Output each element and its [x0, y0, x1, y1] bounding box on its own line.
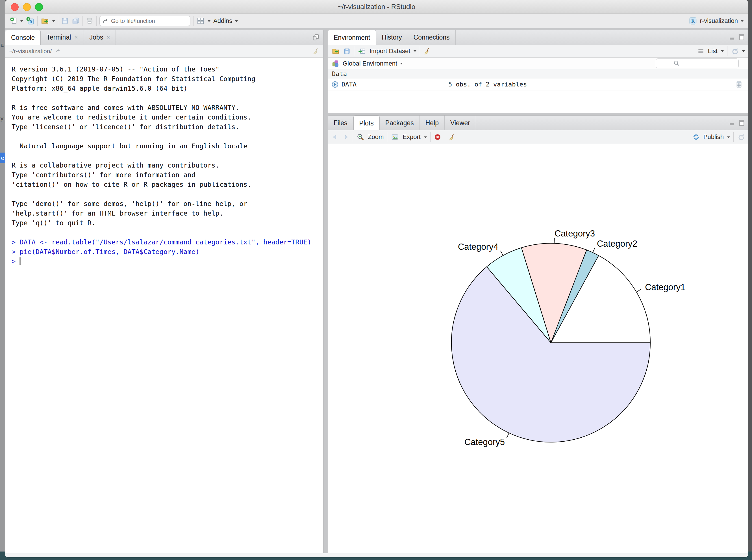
tab-files[interactable]: Files: [328, 116, 353, 130]
print-icon[interactable]: [86, 17, 94, 25]
environment-scope-caret[interactable]: [400, 63, 403, 66]
minimize-pane-icon[interactable]: [729, 34, 736, 40]
tab-packages[interactable]: Packages: [380, 116, 420, 130]
tab-viewer[interactable]: Viewer: [445, 116, 476, 130]
environment-stack-icon: [331, 59, 340, 68]
goto-file-input[interactable]: [99, 16, 190, 26]
expand-object-icon[interactable]: [331, 81, 339, 88]
import-dataset-caret[interactable]: [413, 50, 416, 54]
list-view-caret[interactable]: [721, 50, 724, 54]
screen: a y e ~/r-visualization - RStudio R: [0, 0, 752, 560]
new-file-dropdown-caret[interactable]: [20, 20, 23, 23]
import-dataset-icon[interactable]: [358, 47, 366, 55]
console-output-line: Type 'q()' to quit R.: [12, 218, 323, 228]
tab-connections[interactable]: Connections: [408, 30, 456, 45]
environment-scope-row: Global Environment: [328, 58, 748, 69]
console-dir-row: ~/r-visualization/: [5, 45, 323, 58]
environment-search-input[interactable]: [656, 59, 739, 68]
environment-object-row[interactable]: DATA 5 obs. of 2 variables: [328, 79, 748, 91]
plots-toolbar: Zoom Export Publish: [328, 130, 748, 144]
sliver-selected-item: e: [0, 153, 5, 163]
export-plot-button[interactable]: Export: [403, 133, 421, 141]
pane-layout-icon[interactable]: [196, 17, 205, 25]
console-input-line: > pie(DATA$Number.of.Times, DATA$Categor…: [12, 247, 323, 257]
console-output-line: R version 3.6.1 (2019-07-05) -- "Action …: [12, 64, 323, 74]
rstudio-window: ~/r-visualization - RStudio R: [5, 0, 748, 557]
open-file-icon[interactable]: [40, 17, 49, 25]
clear-console-broom-icon[interactable]: [312, 47, 320, 55]
pie-label-Category5: Category5: [464, 437, 505, 447]
goto-arrow-icon: [102, 18, 109, 24]
console-pane: Console Terminal× Jobs× ~/r-visualizatio…: [5, 30, 323, 554]
zoom-plot-button[interactable]: Zoom: [368, 133, 384, 141]
addins-menu[interactable]: Addins: [213, 17, 232, 25]
sliver-text: y: [1, 115, 3, 122]
clear-environment-broom-icon[interactable]: [424, 47, 431, 55]
refresh-plot-icon[interactable]: [737, 133, 745, 141]
close-jobs-tab-icon[interactable]: ×: [106, 34, 110, 41]
zoom-plot-icon[interactable]: [357, 133, 364, 141]
maximize-pane-icon[interactable]: [739, 120, 745, 126]
console-output-line: Platform: x86_64-apple-darwin15.6.0 (64-…: [12, 84, 323, 93]
import-dataset-button[interactable]: Import Dataset: [369, 47, 410, 55]
open-file-dropdown-caret[interactable]: [52, 20, 55, 23]
console-input-line: > DATA <- read.table("/Users/lsalazar/co…: [12, 237, 323, 247]
save-workspace-icon[interactable]: [343, 47, 350, 55]
tab-help[interactable]: Help: [420, 116, 445, 130]
project-dropdown-caret[interactable]: [741, 20, 744, 23]
tab-terminal[interactable]: Terminal×: [41, 30, 84, 45]
view-table-icon[interactable]: [735, 81, 743, 88]
publish-plot-button[interactable]: Publish: [704, 133, 724, 141]
previous-plot-icon[interactable]: [331, 133, 339, 141]
tab-history[interactable]: History: [376, 30, 408, 45]
pane-layout-dropdown-caret[interactable]: [208, 20, 210, 23]
export-plot-icon[interactable]: [391, 133, 399, 141]
export-plot-caret[interactable]: [424, 137, 427, 140]
window-footer: [5, 553, 748, 557]
maximize-pane-icon[interactable]: [739, 34, 745, 41]
environment-toolbar: Import Dataset List: [328, 45, 748, 58]
background-window-sliver: a y e: [0, 0, 5, 552]
save-all-icon[interactable]: [72, 17, 80, 25]
environment-scope-selector[interactable]: Global Environment: [343, 60, 397, 67]
environment-search: [663, 58, 745, 69]
load-workspace-icon[interactable]: [331, 47, 340, 55]
publish-plot-icon[interactable]: [692, 133, 700, 141]
list-view-button[interactable]: List: [708, 47, 717, 55]
remove-plot-icon[interactable]: [434, 133, 441, 141]
project-menu[interactable]: r-visualization: [700, 17, 738, 25]
working-directory: ~/r-visualization/: [9, 48, 52, 55]
clear-all-plots-broom-icon[interactable]: [448, 133, 456, 141]
console-output-line: 'citation()' on how to cite R or R packa…: [12, 180, 323, 189]
save-icon[interactable]: [61, 17, 69, 25]
tab-environment[interactable]: Environment: [328, 30, 376, 45]
pie-chart: Category1Category2Category3Category4Cate…: [328, 144, 748, 553]
plots-pane: Files Plots Packages Help Viewer: [328, 115, 748, 554]
tab-plots[interactable]: Plots: [353, 116, 380, 131]
publish-plot-caret[interactable]: [727, 137, 730, 140]
goto-file-search[interactable]: [99, 16, 190, 26]
console-output-line: [12, 93, 323, 103]
popout-console-icon[interactable]: [312, 33, 320, 41]
console-output-line: Copyright (C) 2019 The R Foundation for …: [12, 74, 323, 84]
refresh-environment-caret[interactable]: [742, 50, 745, 54]
minimize-pane-icon[interactable]: [729, 120, 736, 126]
new-file-icon[interactable]: [9, 17, 18, 25]
tab-jobs[interactable]: Jobs×: [84, 30, 116, 45]
close-terminal-tab-icon[interactable]: ×: [74, 34, 78, 41]
console-output-line: [12, 132, 323, 141]
addins-dropdown-caret[interactable]: [235, 20, 238, 23]
refresh-environment-icon[interactable]: [731, 47, 739, 55]
object-name[interactable]: DATA: [342, 81, 357, 88]
console-output[interactable]: R version 3.6.1 (2019-07-05) -- "Action …: [5, 58, 323, 554]
console-output-line: [12, 228, 323, 237]
window-title: ~/r-visualization - RStudio: [5, 0, 748, 14]
next-plot-icon[interactable]: [342, 133, 349, 141]
pie-label-tick: [507, 433, 509, 438]
console-output-line: Type 'contributors()' for more informati…: [12, 170, 323, 180]
goto-directory-icon[interactable]: [55, 48, 61, 54]
new-project-icon[interactable]: R: [26, 17, 35, 25]
list-view-icon[interactable]: [697, 47, 705, 55]
tab-console[interactable]: Console: [5, 30, 41, 45]
console-output-line: 'help.start()' for an HTML browser inter…: [12, 208, 323, 218]
